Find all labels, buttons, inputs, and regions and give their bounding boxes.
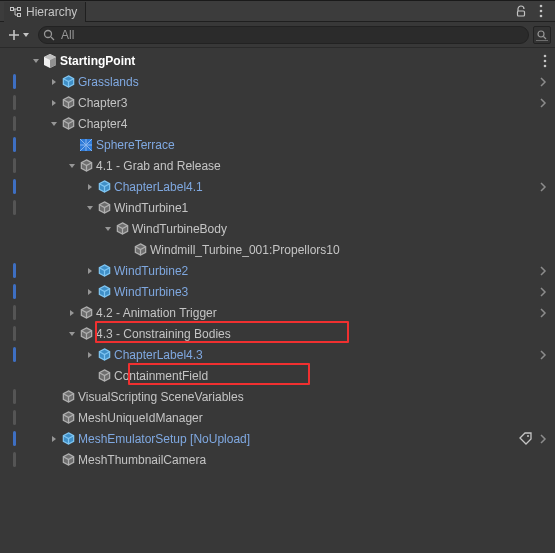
eye-guide	[0, 158, 30, 173]
chevron-right-icon	[539, 265, 547, 277]
tree-item-label: 4.3 - Constraining Bodies	[96, 327, 231, 341]
foldout-toggle[interactable]	[84, 288, 96, 296]
tree-item-label: ChapterLabel4.3	[114, 348, 203, 362]
cube-icon	[60, 389, 76, 405]
hierarchy-icon	[10, 6, 22, 18]
tree-row-root[interactable]: StartingPoint	[0, 50, 555, 71]
foldout-toggle[interactable]	[84, 204, 96, 212]
tree-row-wt3[interactable]: WindTurbine3	[0, 281, 555, 302]
tree-item-label: ContainmentField	[114, 369, 208, 383]
tree-item-label: Grasslands	[78, 75, 139, 89]
chevron-right-icon	[539, 349, 547, 361]
tree-row-wt1[interactable]: WindTurbine1	[0, 197, 555, 218]
tree-row-vscript[interactable]: VisualScripting SceneVariables	[0, 386, 555, 407]
tree-row-grasslands[interactable]: Grasslands	[0, 71, 555, 92]
tree-item-label: MeshUniqueIdManager	[78, 411, 203, 425]
cube-icon	[114, 221, 130, 237]
tree-row-cl4.1[interactable]: ChapterLabel4.1	[0, 176, 555, 197]
tree-item-label: WindTurbine1	[114, 201, 188, 215]
tree-row-wt2[interactable]: WindTurbine2	[0, 260, 555, 281]
chevron-right-icon	[539, 181, 547, 193]
svg-rect-2	[18, 14, 21, 17]
tree-item-label: VisualScripting SceneVariables	[78, 390, 244, 404]
tree-row-meshemu[interactable]: MeshEmulatorSetup [NoUpload]	[0, 428, 555, 449]
svg-rect-0	[11, 8, 14, 11]
foldout-toggle[interactable]	[84, 183, 96, 191]
tree-item-label: StartingPoint	[60, 54, 135, 68]
eye-guide	[0, 284, 30, 299]
tree-row-4.1[interactable]: 4.1 - Grab and Release	[0, 155, 555, 176]
kebab-menu-icon[interactable]	[531, 1, 551, 21]
chevron-right-icon	[539, 97, 547, 109]
svg-rect-1	[18, 8, 21, 11]
search-field[interactable]	[59, 27, 522, 43]
tree-row-sphereterrace[interactable]: SphereTerrace	[0, 134, 555, 155]
tree-row-wtb[interactable]: WindTurbineBody	[0, 218, 555, 239]
hierarchy-tree[interactable]: StartingPointGrasslandsChapter3Chapter4S…	[0, 48, 555, 470]
foldout-toggle[interactable]	[66, 309, 78, 317]
tree-item-label: MeshEmulatorSetup [NoUpload]	[78, 432, 250, 446]
tree-row-4.3[interactable]: 4.3 - Constraining Bodies	[0, 323, 555, 344]
chevron-right-icon	[539, 307, 547, 319]
tree-item-label: Chapter3	[78, 96, 127, 110]
tree-row-meshuid[interactable]: MeshUniqueIdManager	[0, 407, 555, 428]
foldout-toggle[interactable]	[48, 78, 60, 86]
panel-header: Hierarchy	[0, 1, 555, 22]
svg-point-14	[544, 64, 547, 67]
tree-row-meshthumb[interactable]: MeshThumbnailCamera	[0, 449, 555, 470]
eye-guide	[0, 326, 30, 341]
tree-row-chapter3[interactable]: Chapter3	[0, 92, 555, 113]
eye-guide	[0, 452, 30, 467]
foldout-toggle[interactable]	[48, 99, 60, 107]
svg-point-7	[45, 30, 52, 37]
eye-guide	[0, 347, 30, 362]
eye-guide	[0, 410, 30, 425]
panel-tab-hierarchy[interactable]: Hierarchy	[4, 2, 86, 22]
tree-item-label: ChapterLabel4.1	[114, 180, 203, 194]
tree-row-chapter4[interactable]: Chapter4	[0, 113, 555, 134]
row-trailing	[539, 281, 547, 302]
tree-row-cl4.3[interactable]: ChapterLabel4.3	[0, 344, 555, 365]
tree-row-contain[interactable]: ContainmentField	[0, 365, 555, 386]
foldout-toggle[interactable]	[66, 330, 78, 338]
foldout-toggle[interactable]	[48, 120, 60, 128]
toolbar	[0, 22, 555, 48]
foldout-toggle[interactable]	[84, 267, 96, 275]
lock-icon[interactable]	[511, 1, 531, 21]
eye-guide	[0, 389, 30, 404]
foldout-toggle[interactable]	[30, 57, 42, 65]
search-input[interactable]	[38, 26, 529, 44]
tree-item-label: SphereTerrace	[96, 138, 175, 152]
svg-point-13	[544, 59, 547, 62]
eye-guide	[0, 116, 30, 131]
foldout-toggle[interactable]	[102, 225, 114, 233]
cube-blue-icon	[96, 347, 112, 363]
eye-guide	[0, 95, 30, 110]
cube-icon	[132, 242, 148, 258]
tree-item-label: Windmill_Turbine_001:Propellors10	[150, 243, 340, 257]
foldout-toggle[interactable]	[48, 435, 60, 443]
foldout-toggle[interactable]	[66, 162, 78, 170]
search-type-button[interactable]	[533, 26, 551, 44]
tag-icon[interactable]	[519, 432, 533, 446]
svg-point-12	[544, 54, 547, 57]
foldout-toggle[interactable]	[84, 351, 96, 359]
panel-title: Hierarchy	[26, 5, 77, 19]
row-trailing	[539, 260, 547, 281]
cube-blue-icon	[96, 284, 112, 300]
svg-point-6	[540, 15, 543, 18]
chevron-right-icon	[539, 286, 547, 298]
create-button[interactable]	[4, 27, 34, 43]
cube-icon	[60, 116, 76, 132]
row-trailing	[539, 302, 547, 323]
row-trailing	[539, 71, 547, 92]
row-trailing	[539, 176, 547, 197]
cube-blue-icon	[60, 431, 76, 447]
chevron-right-icon	[539, 76, 547, 88]
cube-icon	[78, 158, 94, 174]
tree-item-label: 4.2 - Animation Trigger	[96, 306, 217, 320]
more-icon[interactable]	[543, 54, 547, 68]
cube-icon	[60, 95, 76, 111]
tree-row-4.2[interactable]: 4.2 - Animation Trigger	[0, 302, 555, 323]
tree-row-prop[interactable]: Windmill_Turbine_001:Propellors10	[0, 239, 555, 260]
